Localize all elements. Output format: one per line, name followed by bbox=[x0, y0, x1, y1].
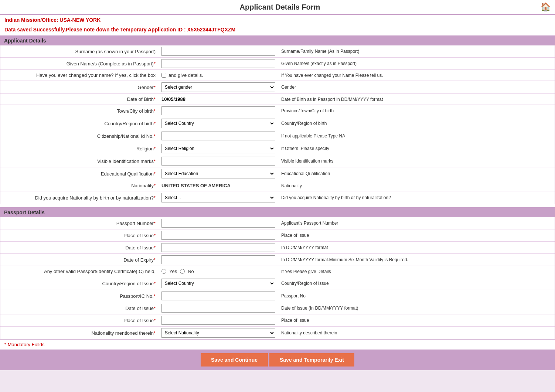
row-passport-doe: Date of Expiry * In DD/MM/YYYY format.Mi… bbox=[0, 254, 555, 266]
label-other-passport: Any other valid Passport/Identity Certif… bbox=[0, 266, 159, 277]
hint-nationality: Nationality bbox=[278, 180, 555, 191]
passport-section: Passport Details Passport Number * Appli… bbox=[0, 207, 555, 340]
mission-value: USA-NEW YORK bbox=[59, 17, 101, 23]
row-other-nationality: Nationality mentioned therein * Select N… bbox=[0, 327, 555, 339]
no-label: No bbox=[188, 269, 194, 274]
gender-select[interactable]: Select gender Male Female Other bbox=[161, 82, 275, 92]
control-id-marks bbox=[159, 155, 278, 167]
row-education: Educational Qualification * Select Educa… bbox=[0, 167, 555, 180]
other-passport-yes-radio[interactable] bbox=[161, 269, 166, 274]
page-title: Applicant Details Form bbox=[19, 3, 541, 11]
label-other-nationality: Nationality mentioned therein * bbox=[0, 327, 159, 339]
hint-other-doi: Date of Issue (In DD/MM/YYYY format) bbox=[278, 302, 555, 314]
name-changed-after: and give details. bbox=[168, 72, 203, 78]
passport-place-input[interactable] bbox=[161, 231, 275, 240]
hint-passport-doe: In DD/MM/YYYY format.Minimum Six Month V… bbox=[278, 254, 555, 266]
row-passport-place: Place of Issue * Place of Issue bbox=[0, 229, 555, 242]
control-other-place bbox=[159, 314, 278, 326]
country-birth-select[interactable]: Select Country bbox=[161, 119, 275, 128]
mission-line: Indian Mission/Office: USA-NEW YORK bbox=[0, 15, 555, 25]
row-passport-doi: Date of Issue * In DD/MM/YYYY format bbox=[0, 242, 555, 254]
hint-surname: Surname/Family Name (As in Passport) bbox=[278, 45, 555, 57]
control-national-id bbox=[159, 130, 278, 142]
control-nationality-how: Select .. By Birth By Naturalization bbox=[159, 191, 278, 204]
other-country-select[interactable]: Select Country bbox=[161, 279, 275, 288]
page-wrapper: Applicant Details Form 🏠 Indian Mission/… bbox=[0, 0, 555, 370]
other-place-input[interactable] bbox=[161, 316, 275, 325]
control-name-changed: and give details. bbox=[159, 70, 278, 81]
row-other-country: Country/Region of Issue * Select Country… bbox=[0, 277, 555, 290]
label-other-place: Place of Issue * bbox=[0, 314, 159, 326]
hint-other-passport-no: Passport No bbox=[278, 290, 555, 302]
hint-city-birth: Province/Town/City of birth bbox=[278, 105, 555, 117]
control-country-birth: Select Country bbox=[159, 117, 278, 130]
other-passport-no-radio[interactable] bbox=[180, 269, 185, 274]
row-other-place: Place of Issue * Place of Issue bbox=[0, 314, 555, 327]
control-other-country: Select Country bbox=[159, 277, 278, 290]
passport-section-header: Passport Details bbox=[0, 208, 555, 217]
hint-given-names: Given Name/s (exactly as in Passport) bbox=[278, 58, 555, 69]
other-passport-no-input[interactable] bbox=[161, 292, 275, 300]
passport-doi-input[interactable] bbox=[161, 243, 275, 252]
other-nationality-select[interactable]: Select Nationality bbox=[161, 328, 275, 338]
row-surname: Surname (as shown in your Passport) Surn… bbox=[0, 45, 555, 58]
label-other-country: Country/Region of Issue * bbox=[0, 277, 159, 290]
row-other-passport: Any other valid Passport/Identity Certif… bbox=[0, 266, 555, 277]
mandatory-note: * Mandatory Fields bbox=[0, 340, 555, 350]
label-education: Educational Qualification * bbox=[0, 167, 159, 180]
row-name-changed: Have you ever changed your name? If yes,… bbox=[0, 70, 555, 81]
passport-number-input[interactable] bbox=[161, 219, 275, 228]
label-passport-place: Place of Issue * bbox=[0, 229, 159, 241]
other-doi-input[interactable] bbox=[161, 304, 275, 313]
save-continue-button[interactable]: Save and Continue bbox=[201, 353, 268, 367]
label-other-passport-no: Passport/IC No. * bbox=[0, 290, 159, 302]
label-passport-number: Passport Number * bbox=[0, 217, 159, 229]
save-exit-button[interactable]: Save and Temporarily Exit bbox=[269, 353, 354, 367]
name-changed-checkbox[interactable] bbox=[161, 73, 166, 78]
education-select[interactable]: Select Education Below Matriculation Mat… bbox=[161, 169, 275, 178]
header-bar: Applicant Details Form 🏠 bbox=[0, 0, 555, 15]
religion-select[interactable]: Select Religion Hindu Muslim Christian S… bbox=[161, 144, 275, 153]
control-gender: Select gender Male Female Other bbox=[159, 81, 278, 93]
city-birth-input[interactable] bbox=[161, 106, 275, 115]
id-marks-input[interactable] bbox=[161, 157, 275, 166]
home-icon[interactable]: 🏠 bbox=[541, 2, 551, 12]
hint-gender: Gender bbox=[278, 81, 555, 93]
applicant-section-header: Applicant Details bbox=[0, 36, 555, 45]
given-names-input[interactable] bbox=[161, 59, 275, 68]
row-country-birth: Country/Region of birth* Select Country … bbox=[0, 117, 555, 130]
hint-other-place: Place of Issue bbox=[278, 314, 555, 326]
row-nationality-how: Did you acquire Nationality by birth or … bbox=[0, 191, 555, 204]
hint-country-birth: Country/Region of birth bbox=[278, 117, 555, 130]
row-given-names: Given Name/s (Complete as in Passport)* … bbox=[0, 58, 555, 70]
hint-other-passport: If Yes Please give Details bbox=[278, 266, 555, 277]
hint-other-nationality: Nationality described therein bbox=[278, 327, 555, 339]
passport-doe-input[interactable] bbox=[161, 255, 275, 264]
hint-other-country: Country/Region of Issue bbox=[278, 277, 555, 290]
label-religion: Religion* bbox=[0, 142, 159, 155]
label-dob: Date of Birth* bbox=[0, 94, 159, 105]
nationality-how-select[interactable]: Select .. By Birth By Naturalization bbox=[161, 193, 275, 202]
applicant-section: Applicant Details Surname (as shown in y… bbox=[0, 35, 555, 204]
dob-value: 10/05/1988 bbox=[161, 96, 185, 102]
hint-passport-number: Applicant's Passport Number bbox=[278, 217, 555, 229]
control-surname bbox=[159, 45, 278, 57]
control-nationality: UNITED STATES OF AMERICA bbox=[159, 180, 278, 191]
control-passport-number bbox=[159, 217, 278, 229]
nationality-value: UNITED STATES OF AMERICA bbox=[161, 183, 231, 188]
national-id-input[interactable] bbox=[161, 132, 275, 140]
label-passport-doi: Date of Issue * bbox=[0, 242, 159, 253]
label-name-changed: Have you ever changed your name? If yes,… bbox=[0, 70, 159, 81]
row-other-passport-no: Passport/IC No. * Passport No bbox=[0, 290, 555, 302]
control-passport-doi bbox=[159, 242, 278, 253]
row-city-birth: Town/City of birth* Province/Town/City o… bbox=[0, 105, 555, 117]
row-dob: Date of Birth* 10/05/1988 Date of Birth … bbox=[0, 94, 555, 105]
row-national-id: Citizenship/National Id No.* If not appl… bbox=[0, 130, 555, 142]
row-passport-number: Passport Number * Applicant's Passport N… bbox=[0, 217, 555, 229]
label-country-birth: Country/Region of birth* bbox=[0, 117, 159, 130]
surname-input[interactable] bbox=[161, 47, 275, 56]
control-passport-place bbox=[159, 229, 278, 241]
label-city-birth: Town/City of birth* bbox=[0, 105, 159, 117]
hint-id-marks: Visible identification marks bbox=[278, 155, 555, 167]
row-gender: Gender* Select gender Male Female Other … bbox=[0, 81, 555, 94]
